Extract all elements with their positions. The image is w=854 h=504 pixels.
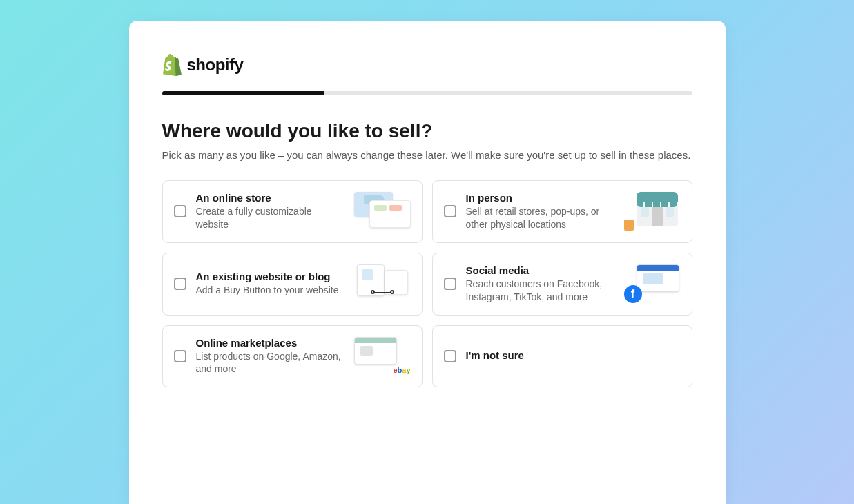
brand-logo: shopify (162, 54, 692, 76)
option-social-media[interactable]: Social media Reach customers on Facebook… (432, 253, 692, 316)
option-title: In person (466, 192, 614, 204)
option-title: An existing website or blog (196, 271, 344, 282)
option-online-marketplaces[interactable]: Online marketplaces List products on Goo… (162, 325, 423, 388)
storefront-illustration-icon (624, 192, 681, 231)
progress-fill (162, 91, 325, 95)
checkbox[interactable] (174, 205, 186, 217)
option-desc: Reach customers on Facebook, Instagram, … (466, 278, 614, 304)
option-desc: Create a fully customizable website (196, 205, 344, 231)
online-store-illustration-icon (354, 192, 411, 231)
marketplaces-illustration-icon: ebay (354, 337, 411, 376)
page-subtitle: Pick as many as you like – you can alway… (162, 149, 692, 161)
brand-name: shopify (187, 55, 244, 75)
option-title: I'm not sure (466, 349, 681, 361)
option-not-sure[interactable]: I'm not sure (432, 325, 692, 388)
option-title: An online store (196, 192, 344, 204)
page-title: Where would you like to sell? (162, 120, 692, 142)
option-online-store[interactable]: An online store Create a fully customiza… (162, 180, 423, 243)
options-grid: An online store Create a fully customiza… (162, 180, 692, 387)
onboarding-card: shopify Where would you like to sell? Pi… (129, 21, 726, 504)
option-in-person[interactable]: In person Sell at retail stores, pop-ups… (432, 180, 692, 243)
ebay-icon: ebay (393, 366, 410, 374)
option-desc: List products on Google, Amazon, and mor… (196, 350, 344, 376)
checkbox[interactable] (174, 278, 186, 290)
checkbox[interactable] (444, 278, 456, 290)
option-desc: Sell at retail stores, pop-ups, or other… (466, 205, 614, 231)
checkbox[interactable] (444, 205, 456, 217)
shopify-bag-icon (162, 54, 182, 76)
option-desc: Add a Buy Button to your website (196, 284, 344, 297)
option-title: Social media (466, 264, 614, 276)
checkbox[interactable] (174, 350, 186, 362)
buy-button-illustration-icon (354, 264, 411, 303)
checkbox[interactable] (444, 350, 456, 362)
facebook-icon: f (624, 285, 642, 303)
option-title: Online marketplaces (196, 337, 344, 349)
option-existing-website[interactable]: An existing website or blog Add a Buy Bu… (162, 253, 423, 316)
social-media-illustration-icon: f (624, 264, 681, 303)
progress-bar (162, 91, 692, 95)
